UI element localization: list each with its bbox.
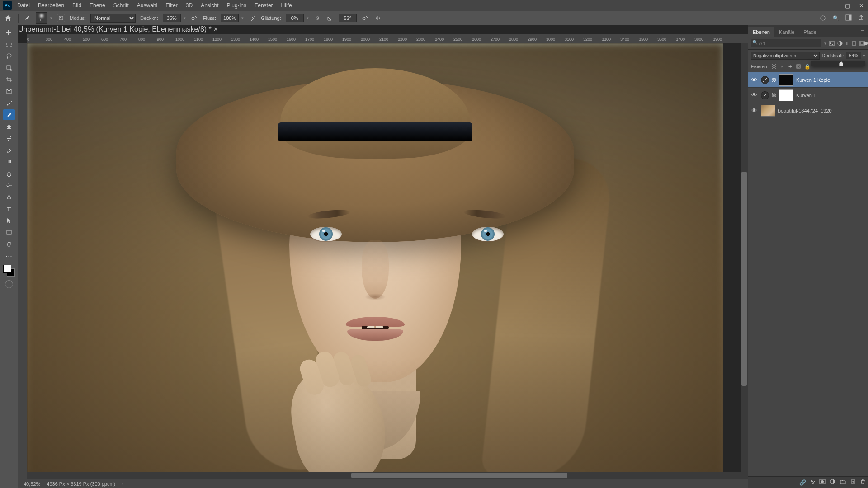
blur-tool[interactable]: [3, 168, 15, 179]
eyedropper-tool[interactable]: [3, 98, 15, 108]
filter-image-icon[interactable]: [829, 40, 835, 47]
vertical-scrollbar[interactable]: [741, 43, 748, 472]
tab-paths[interactable]: Pfade: [799, 27, 821, 37]
layer-name[interactable]: beautiful-1844724_1920: [778, 108, 832, 113]
lock-all-icon[interactable]: 🔒: [804, 64, 811, 70]
symmetry-icon[interactable]: [374, 14, 382, 22]
document-tab[interactable]: Unbenannt-1 bei 40,5% (Kurven 1 Kopie, E…: [18, 25, 748, 33]
adjustment-layer-icon[interactable]: [830, 479, 835, 486]
more-tools[interactable]: ⋯: [3, 250, 15, 261]
opacity-value-input[interactable]: [846, 52, 861, 59]
smoothing-input[interactable]: [286, 14, 304, 22]
frame-tool[interactable]: [3, 86, 15, 97]
clone-stamp-tool[interactable]: [3, 121, 15, 132]
pen-tool[interactable]: [3, 192, 15, 202]
brush-tool-icon[interactable]: [24, 14, 31, 22]
visibility-icon[interactable]: 👁: [750, 76, 758, 83]
ruler-vertical[interactable]: [18, 43, 27, 479]
layer-row[interactable]: 👁⛓Kurven 1 Kopie: [748, 72, 868, 88]
hand-tool[interactable]: [3, 239, 15, 249]
adjustment-thumb[interactable]: [761, 91, 769, 99]
group-icon[interactable]: [840, 479, 846, 486]
menu-view[interactable]: Ansicht: [197, 1, 222, 10]
doc-info[interactable]: 4936 Px × 3319 Px (300 ppcm): [47, 481, 115, 487]
visibility-icon[interactable]: 👁: [750, 107, 758, 114]
menu-layer[interactable]: Ebene: [86, 1, 109, 10]
chevron-down-icon[interactable]: ▾: [241, 16, 244, 20]
canvas[interactable]: [27, 43, 748, 479]
workspace-icon[interactable]: [845, 14, 852, 22]
flow-input[interactable]: [221, 14, 239, 22]
chevron-right-icon[interactable]: ›: [122, 481, 123, 487]
tab-layers[interactable]: Ebenen: [748, 27, 774, 37]
mask-thumb[interactable]: [779, 89, 793, 101]
lasso-tool[interactable]: [3, 51, 15, 61]
brush-panel-icon[interactable]: [57, 14, 65, 22]
layer-fx-icon[interactable]: fx: [811, 479, 815, 486]
lock-artboard-icon[interactable]: [796, 64, 801, 70]
share-icon[interactable]: [858, 14, 864, 22]
opacity-slider[interactable]: [811, 61, 865, 66]
eraser-tool[interactable]: [3, 145, 15, 155]
horizontal-scrollbar[interactable]: [27, 472, 748, 479]
menu-window[interactable]: Fenster: [251, 1, 277, 10]
link-layers-icon[interactable]: 🔗: [799, 479, 806, 486]
close-tab-icon[interactable]: ×: [213, 25, 217, 33]
blend-mode-select[interactable]: Negativ multiplizieren: [751, 52, 820, 60]
selection-tool[interactable]: [3, 62, 15, 73]
menu-select[interactable]: Auswahl: [133, 1, 161, 10]
healing-brush-tool[interactable]: [3, 133, 15, 144]
menu-plugins[interactable]: Plug-ins: [223, 1, 250, 10]
type-tool[interactable]: T: [3, 203, 15, 214]
layer-row[interactable]: 👁⛓Kurven 1: [748, 88, 868, 103]
layer-mask-icon[interactable]: [819, 479, 826, 486]
smoothing-settings-icon[interactable]: ⚙: [313, 14, 321, 22]
angle-input[interactable]: [339, 14, 357, 22]
cloud-docs-icon[interactable]: [819, 14, 826, 22]
lock-pixels-icon[interactable]: [772, 64, 776, 70]
quick-mask-icon[interactable]: [5, 280, 13, 288]
maximize-button[interactable]: ▢: [841, 0, 854, 11]
layer-row[interactable]: 👁beautiful-1844724_1920: [748, 103, 868, 118]
gradient-tool[interactable]: [3, 156, 15, 167]
visibility-icon[interactable]: 👁: [750, 92, 758, 99]
shape-tool[interactable]: [3, 227, 15, 238]
filter-shape-icon[interactable]: [851, 40, 857, 47]
menu-help[interactable]: Hilfe: [278, 1, 296, 10]
chevron-down-icon[interactable]: ▾: [307, 16, 309, 20]
dodge-tool[interactable]: [3, 180, 15, 191]
menu-file[interactable]: Datei: [14, 1, 33, 10]
chevron-down-icon[interactable]: ▾: [863, 53, 865, 58]
menu-edit[interactable]: Bearbeiten: [34, 1, 68, 10]
chevron-down-icon[interactable]: ▾: [184, 16, 186, 20]
menu-3d[interactable]: 3D: [182, 1, 196, 10]
adjustment-thumb[interactable]: [761, 76, 769, 84]
airbrush-icon[interactable]: [248, 14, 256, 22]
filter-adjustment-icon[interactable]: [837, 40, 843, 47]
brush-preset-picker[interactable]: 19: [36, 12, 47, 24]
pressure-opacity-icon[interactable]: [190, 14, 198, 22]
menu-image[interactable]: Bild: [69, 1, 85, 10]
pressure-size-icon[interactable]: [361, 14, 369, 22]
blend-mode-select[interactable]: Normal: [90, 14, 136, 23]
panel-menu-icon[interactable]: ≡: [857, 26, 868, 37]
ruler-horizontal[interactable]: 0300400500600700800900100011001200130014…: [27, 34, 748, 43]
home-icon[interactable]: [4, 14, 13, 22]
lock-position-icon[interactable]: [788, 64, 793, 70]
mask-thumb[interactable]: [779, 74, 793, 86]
screen-mode-icon[interactable]: [5, 292, 13, 298]
marquee-tool[interactable]: [3, 39, 15, 50]
brush-tool[interactable]: [3, 109, 15, 120]
tab-channels[interactable]: Kanäle: [774, 27, 799, 37]
delete-layer-icon[interactable]: [860, 479, 865, 486]
zoom-value[interactable]: 40,52%: [24, 481, 40, 487]
opacity-input[interactable]: [163, 14, 181, 22]
layer-name[interactable]: Kurven 1: [796, 93, 816, 98]
filter-type-icon[interactable]: T: [845, 40, 849, 47]
close-button[interactable]: ✕: [854, 0, 868, 11]
menu-filter[interactable]: Filter: [162, 1, 181, 10]
move-tool[interactable]: [3, 27, 15, 38]
crop-tool[interactable]: [3, 74, 15, 85]
chevron-down-icon[interactable]: ▾: [824, 41, 826, 46]
lock-brush-icon[interactable]: [780, 64, 784, 70]
